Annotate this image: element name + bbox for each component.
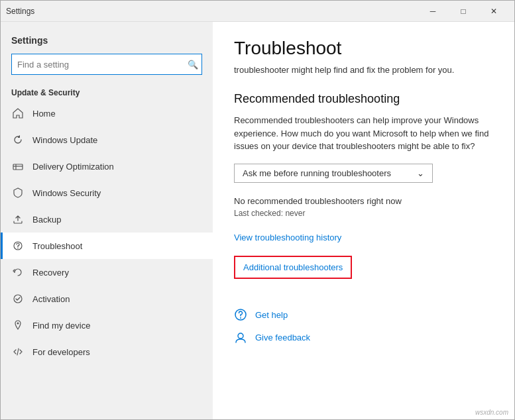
recommended-section-title: Recommended troubleshooting bbox=[234, 92, 493, 106]
home-icon bbox=[11, 107, 25, 120]
sidebar-item-recovery-label: Recovery bbox=[32, 268, 69, 278]
give-feedback-icon bbox=[234, 331, 249, 345]
svg-point-8 bbox=[238, 333, 243, 339]
svg-point-4 bbox=[14, 295, 22, 303]
developers-icon bbox=[11, 345, 25, 358]
main-panel: Troubleshoot troubleshooter might help f… bbox=[213, 22, 514, 419]
sidebar: Settings 🔍 Update & Security Home bbox=[1, 22, 213, 419]
sidebar-item-find-device-label: Find my device bbox=[32, 321, 90, 331]
get-help-link[interactable]: Get help bbox=[255, 310, 288, 320]
last-checked-text: Last checked: never bbox=[234, 209, 493, 218]
shield-icon bbox=[11, 186, 25, 199]
sidebar-item-activation[interactable]: Activation bbox=[1, 286, 213, 312]
dropdown-label: Ask me before running troubleshooters bbox=[243, 168, 391, 178]
chevron-down-icon: ⌄ bbox=[417, 168, 424, 178]
give-feedback-row: Give feedback bbox=[234, 331, 493, 345]
sidebar-item-troubleshoot[interactable]: Troubleshoot bbox=[1, 233, 213, 259]
sidebar-item-home[interactable]: Home bbox=[1, 100, 213, 127]
sidebar-item-windows-update[interactable]: Windows Update bbox=[1, 127, 213, 153]
svg-point-5 bbox=[17, 323, 19, 325]
additional-troubleshooters-box: Additional troubleshooters bbox=[234, 256, 352, 279]
delivery-icon bbox=[11, 160, 25, 173]
sidebar-item-delivery-optimization[interactable]: Delivery Optimization bbox=[1, 153, 213, 180]
search-input[interactable] bbox=[11, 54, 202, 75]
sidebar-item-backup[interactable]: Backup bbox=[1, 206, 213, 233]
sidebar-item-windows-security[interactable]: Windows Security bbox=[1, 180, 213, 206]
recovery-icon bbox=[11, 266, 25, 279]
sidebar-item-for-developers[interactable]: For developers bbox=[1, 339, 213, 365]
settings-window: Settings ─ □ ✕ Settings 🔍 Update & Secur… bbox=[0, 0, 515, 420]
window-title: Settings bbox=[6, 7, 34, 16]
recommended-section-desc: Recommended troubleshooters can help imp… bbox=[234, 114, 493, 153]
svg-point-7 bbox=[240, 317, 241, 319]
sidebar-header: Settings bbox=[1, 22, 213, 51]
sidebar-item-troubleshoot-label: Troubleshoot bbox=[32, 241, 82, 251]
title-bar: Settings ─ □ ✕ bbox=[1, 1, 514, 22]
content-area: Settings 🔍 Update & Security Home bbox=[1, 22, 514, 419]
backup-icon bbox=[11, 213, 25, 226]
search-icon: 🔍 bbox=[188, 60, 198, 70]
troubleshoot-icon bbox=[11, 239, 25, 252]
watermark: wsxdn.com bbox=[475, 409, 508, 416]
update-icon bbox=[11, 133, 25, 146]
main-subtitle: troubleshooter might help find and fix t… bbox=[234, 64, 493, 76]
sidebar-item-windows-update-label: Windows Update bbox=[32, 135, 97, 145]
page-title: Troubleshoot bbox=[234, 38, 493, 59]
troubleshooter-dropdown[interactable]: Ask me before running troubleshooters ⌄ bbox=[234, 164, 433, 183]
close-button[interactable]: ✕ bbox=[479, 1, 509, 22]
maximize-button[interactable]: □ bbox=[448, 1, 479, 22]
sidebar-item-recovery[interactable]: Recovery bbox=[1, 259, 213, 286]
view-history-link[interactable]: View troubleshooting history bbox=[234, 233, 341, 242]
svg-point-3 bbox=[17, 248, 19, 249]
sidebar-section-label: Update & Security bbox=[1, 83, 213, 100]
give-feedback-link[interactable]: Give feedback bbox=[255, 333, 310, 342]
window-controls: ─ □ ✕ bbox=[418, 1, 509, 22]
sidebar-item-windows-security-label: Windows Security bbox=[32, 188, 101, 198]
get-help-row: Get help bbox=[234, 308, 493, 323]
sidebar-item-activation-label: Activation bbox=[32, 294, 70, 304]
sidebar-item-home-label: Home bbox=[32, 109, 56, 119]
svg-rect-0 bbox=[13, 164, 23, 170]
sidebar-item-delivery-optimization-label: Delivery Optimization bbox=[32, 162, 114, 172]
activation-icon bbox=[11, 292, 25, 305]
sidebar-item-backup-label: Backup bbox=[32, 215, 61, 225]
find-device-icon bbox=[11, 319, 25, 332]
get-help-icon bbox=[234, 308, 249, 323]
sidebar-item-find-my-device[interactable]: Find my device bbox=[1, 312, 213, 339]
no-troubleshooters-text: No recommended troubleshooters right now bbox=[234, 196, 493, 206]
minimize-button[interactable]: ─ bbox=[418, 1, 448, 22]
sidebar-item-for-developers-label: For developers bbox=[32, 347, 90, 357]
search-container: 🔍 bbox=[11, 54, 202, 75]
additional-troubleshooters-link[interactable]: Additional troubleshooters bbox=[235, 257, 351, 278]
